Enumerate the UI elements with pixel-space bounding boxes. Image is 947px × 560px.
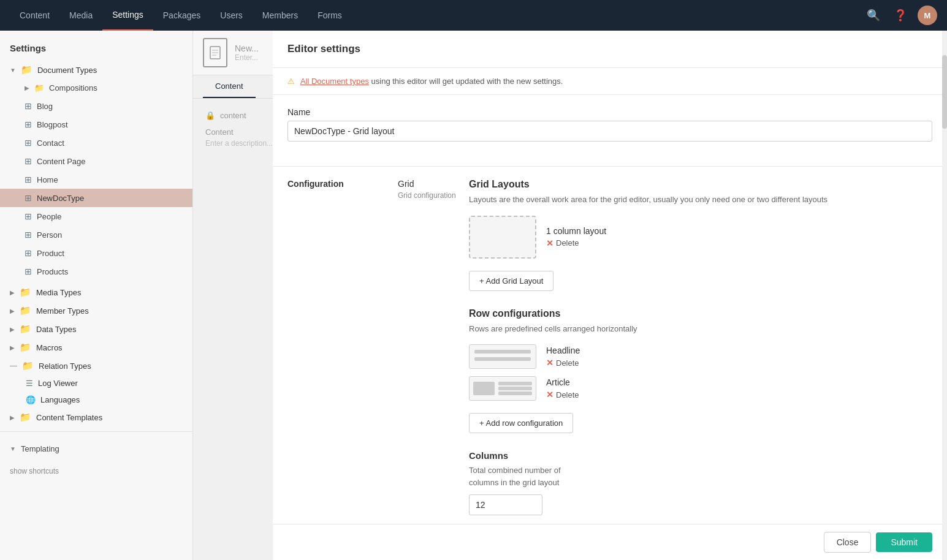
columns-section: Columns Total combined number of columns…: [469, 450, 932, 524]
grid-icon: ⊞: [25, 138, 32, 148]
nav-settings[interactable]: Settings: [102, 0, 153, 31]
sidebar-item-person[interactable]: ⊞ Person: [0, 225, 192, 244]
chevron-right-icon: ▶: [10, 308, 15, 314]
delete-label: Delete: [556, 358, 579, 368]
sidebar-divider: [0, 431, 192, 432]
sidebar-item-content-templates[interactable]: ▶ 📁 Content Templates: [0, 408, 192, 426]
row-preview-article: [469, 376, 536, 401]
grid-icon: ⊞: [25, 248, 32, 258]
media-types-label: Media Types: [36, 288, 81, 297]
warning-banner: ⚠ All Document types using this editor w…: [273, 68, 947, 95]
layout-preview-1col: [469, 216, 536, 259]
doc-title-placeholder: New...: [235, 44, 259, 53]
sidebar-item-product[interactable]: ⊞ Product: [0, 244, 192, 262]
sidebar-item-products[interactable]: ⊞ Products: [0, 262, 192, 281]
sidebar-item-languages[interactable]: 🌐 Languages: [0, 392, 192, 408]
row-configs-desc: Rows are predefined cells arranged horiz…: [469, 323, 932, 335]
sidebar-group-macros[interactable]: ▶ 📁 Macros: [0, 338, 192, 357]
member-types-label: Member Types: [36, 306, 89, 316]
arrow-down-icon: ▼: [10, 67, 16, 74]
sidebar-item-home[interactable]: ⊞ Home: [0, 170, 192, 189]
sidebar-item-blogpost[interactable]: ⊞ Blogpost: [0, 115, 192, 134]
chevron-right-icon: ▶: [10, 344, 15, 351]
editor-settings-title: Editor settings: [273, 31, 947, 68]
doc-title-area: New... Enter...: [235, 44, 259, 62]
add-grid-layout-button[interactable]: + Add Grid Layout: [469, 271, 553, 291]
folder-icon: 📁: [20, 287, 31, 298]
row-item-headline: Headline ✕ Delete: [469, 344, 932, 369]
scrollbar[interactable]: [942, 31, 947, 560]
item-label: Products: [37, 267, 68, 276]
languages-label: Languages: [40, 395, 80, 404]
nav-users[interactable]: Users: [210, 0, 253, 31]
sidebar-group-data-types[interactable]: ▶ 📁 Data Types: [0, 320, 192, 338]
item-label: Person: [37, 230, 62, 240]
row-name-article: Article: [546, 377, 579, 387]
nav-forms[interactable]: Forms: [308, 0, 352, 31]
close-button[interactable]: Close: [824, 532, 872, 553]
sidebar-group-relation-types[interactable]: — 📁 Relation Types: [0, 357, 192, 375]
layout-info-1col: 1 column layout ✕ Delete: [546, 226, 606, 248]
add-row-config-button[interactable]: + Add row configuration: [469, 413, 573, 433]
help-icon[interactable]: ❓: [891, 6, 910, 25]
show-shortcuts[interactable]: show shortcuts: [0, 461, 192, 480]
search-icon[interactable]: 🔍: [864, 6, 883, 25]
nav-packages[interactable]: Packages: [153, 0, 210, 31]
doc-subtitle: Enter...: [235, 53, 259, 62]
sidebar-item-newdoctype[interactable]: ⊞ NewDocType: [0, 189, 192, 207]
chevron-right-icon: ▶: [25, 85, 29, 91]
row-name-headline: Headline: [546, 346, 580, 355]
nav-media[interactable]: Media: [59, 0, 102, 31]
submit-button[interactable]: Submit: [876, 532, 932, 552]
doc-tab-content[interactable]: Content: [203, 75, 256, 98]
grid-config-labels: Grid Grid configuration: [398, 179, 459, 524]
item-label: Contact: [37, 138, 64, 148]
item-label: NewDocType: [37, 194, 84, 203]
sidebar-item-log-viewer[interactable]: ☰ Log Viewer: [0, 375, 192, 392]
grid-label: Grid: [398, 179, 459, 189]
row-info-headline: Headline ✕ Delete: [546, 346, 580, 368]
columns-input[interactable]: [469, 494, 542, 515]
grid-icon: ⊞: [25, 101, 32, 111]
grid-icon: ⊞: [25, 211, 32, 221]
delete-layout-1col[interactable]: ✕ Delete: [546, 238, 606, 248]
sidebar-group-media-types[interactable]: ▶ 📁 Media Types: [0, 283, 192, 301]
item-label: Product: [37, 249, 64, 258]
folder-icon: 📁: [34, 83, 44, 93]
sidebar-item-contact[interactable]: ⊞ Contact: [0, 134, 192, 152]
x-icon: ✕: [546, 238, 553, 248]
sidebar-section-document-types: ▼ 📁 Document Types ▶ 📁 Compositions ⊞ Bl…: [0, 61, 192, 281]
macros-label: Macros: [36, 343, 63, 352]
delete-row-article[interactable]: ✕ Delete: [546, 390, 579, 399]
content-area: New... Enter... Content 🔒 content Conten…: [193, 31, 947, 560]
nav-members[interactable]: Members: [253, 0, 308, 31]
grid-layouts-desc: Layouts are the overall work area for th…: [469, 194, 932, 206]
all-doc-types-link[interactable]: All Document types: [300, 77, 369, 86]
row-info-article: Article ✕ Delete: [546, 377, 579, 399]
content-templates-label: Content Templates: [36, 413, 102, 422]
grid-icon: ⊞: [25, 156, 32, 166]
config-inner: Grid Grid configuration Grid Layouts Lay…: [398, 179, 932, 524]
delete-row-headline[interactable]: ✕ Delete: [546, 358, 580, 368]
sidebar-item-blog[interactable]: ⊞ Blog: [0, 97, 192, 115]
sidebar-item-compositions[interactable]: ▶ 📁 Compositions: [0, 79, 192, 97]
nav-content[interactable]: Content: [10, 0, 59, 31]
sidebar-group-member-types[interactable]: ▶ 📁 Member Types: [0, 301, 192, 320]
sidebar-item-content-page[interactable]: ⊞ Content Page: [0, 152, 192, 170]
grid-icon: ⊞: [25, 193, 32, 203]
grid-icon: ⊞: [25, 175, 32, 184]
delete-label: Delete: [556, 390, 579, 399]
item-label: Blogpost: [37, 120, 68, 129]
log-viewer-label: Log Viewer: [38, 379, 78, 388]
scrollbar-thumb: [942, 55, 947, 129]
chevron-right-icon: ▶: [10, 326, 15, 333]
sidebar-item-people[interactable]: ⊞ People: [0, 207, 192, 225]
document-types-label: Document Types: [37, 66, 97, 75]
avatar[interactable]: M: [918, 6, 937, 25]
sidebar-group-document-types[interactable]: ▼ 📁 Document Types: [0, 61, 192, 79]
sidebar-section-templating[interactable]: ▼ Templating: [0, 437, 192, 461]
dash-icon: —: [10, 361, 17, 370]
folder-icon: 📁: [20, 305, 31, 316]
folder-icon: 📁: [20, 324, 31, 335]
name-input[interactable]: [287, 121, 932, 142]
